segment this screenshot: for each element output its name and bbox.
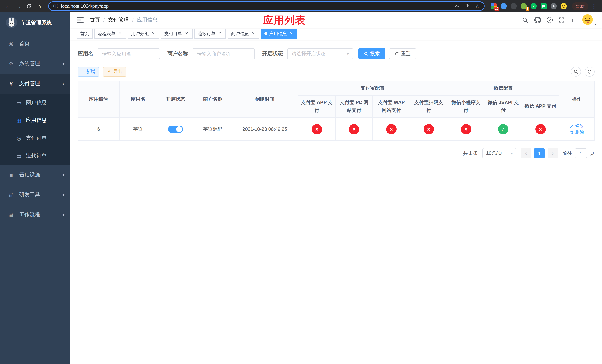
- tab-merchant-info[interactable]: 商户信息 ×: [228, 29, 259, 39]
- breadcrumb-home[interactable]: 首页: [90, 17, 100, 23]
- page-size-select[interactable]: 10条/页 ▾: [483, 148, 516, 159]
- tab-label: 流程表单: [98, 31, 116, 37]
- sidebar-item-system[interactable]: ⚙ 系统管理 ▾: [0, 54, 70, 74]
- tab-label: 首页: [80, 31, 89, 37]
- share-icon[interactable]: [465, 4, 470, 9]
- bookmark-star-icon[interactable]: ☆: [475, 3, 479, 9]
- sidebar-item-home[interactable]: ◉ 首页: [0, 34, 70, 54]
- column-header-created: 创建时间: [231, 81, 298, 118]
- chevron-down-icon: ▾: [511, 151, 513, 155]
- breadcrumb-payment[interactable]: 支付管理: [108, 17, 129, 23]
- password-key-icon[interactable]: [455, 3, 460, 9]
- font-size-icon[interactable]: TT: [570, 17, 576, 23]
- breadcrumb-separator: /: [103, 17, 105, 23]
- browser-refresh-icon[interactable]: [24, 2, 33, 11]
- sidebar-fold-icon[interactable]: [74, 17, 87, 23]
- column-header-wx-lite: 微信小程序支付: [447, 95, 485, 118]
- user-menu[interactable]: ▾: [582, 14, 596, 26]
- next-page-button[interactable]: ›: [548, 148, 558, 159]
- close-icon[interactable]: ×: [289, 31, 294, 36]
- edit-link-label: 修改: [575, 123, 584, 129]
- column-header-actions: 操作: [559, 81, 594, 118]
- extension-chat-icon[interactable]: [540, 3, 547, 9]
- merchant-name-input[interactable]: [193, 48, 255, 59]
- tab-process-form[interactable]: 流程表单 ×: [94, 29, 126, 39]
- toolbox-icon: ▧: [7, 192, 15, 198]
- delete-link-label: 删除: [575, 129, 584, 135]
- sidebar-item-refund-order[interactable]: ▤ 退款订单: [0, 147, 70, 165]
- goto-page-input[interactable]: [575, 149, 587, 158]
- tab-pay-order[interactable]: 支付订单 ×: [161, 29, 193, 39]
- sidebar-item-devtools[interactable]: ▧ 研发工具 ▾: [0, 185, 70, 205]
- status-toggle[interactable]: [168, 125, 183, 133]
- top-navbar: 首页 / 支付管理 / 应用信息 应用列表 ?: [70, 12, 602, 28]
- tab-label: 商户信息: [231, 31, 249, 37]
- chrome-update-button[interactable]: 更新: [572, 2, 588, 10]
- tab-app-info[interactable]: 应用信息 ×: [261, 29, 297, 39]
- github-icon[interactable]: [534, 17, 541, 23]
- status-select-placeholder: 请选择开启状态: [292, 50, 325, 57]
- close-icon[interactable]: ×: [184, 31, 189, 36]
- refresh-table-button[interactable]: [585, 67, 595, 77]
- browser-home-icon[interactable]: ⌂: [35, 2, 44, 11]
- sidebar-item-infrastructure[interactable]: ▣ 基础设施 ▾: [0, 165, 70, 185]
- fullscreen-icon[interactable]: [559, 17, 564, 23]
- column-header-alipay-app: 支付宝 APP 支付: [298, 95, 335, 118]
- export-button[interactable]: 导出: [103, 67, 126, 76]
- extension-puzzle-icon[interactable]: [550, 3, 557, 9]
- sidebar-item-app-info[interactable]: ▦ 应用信息: [0, 111, 70, 129]
- tab-home[interactable]: 首页: [77, 29, 93, 39]
- prev-page-button[interactable]: ‹: [521, 148, 531, 159]
- extension-avatar-icon[interactable]: 1: [521, 3, 527, 9]
- card-icon: ▭: [16, 100, 22, 105]
- wx-jsapi-status-icon: ✓: [498, 124, 508, 134]
- edit-link[interactable]: 修改: [570, 123, 584, 129]
- sidebar-item-merchant-info[interactable]: ▭ 商户信息: [0, 94, 70, 111]
- sidebar-item-pay-order[interactable]: ◎ 支付订单: [0, 129, 70, 147]
- reset-button[interactable]: 重置: [389, 48, 416, 59]
- site-info-icon[interactable]: ⓘ: [53, 3, 58, 10]
- close-icon[interactable]: ×: [251, 31, 256, 36]
- browser-menu-icon[interactable]: ⋮: [590, 3, 598, 10]
- extension-blue-icon[interactable]: [501, 3, 507, 9]
- toggle-search-button[interactable]: [571, 67, 581, 77]
- payment-submenu: ▭ 商户信息 ▦ 应用信息 ◎ 支付订单 ▤ 退款订单: [0, 94, 70, 165]
- close-icon[interactable]: ×: [151, 31, 156, 36]
- browser-back-icon[interactable]: ←: [4, 2, 13, 11]
- alipay-pc-status-icon: ×: [349, 124, 359, 134]
- tags-view-bar: 首页 流程表单 × 用户分组 × 支付订单 × 退款订单 ×: [70, 28, 602, 40]
- page-title: 应用列表: [263, 12, 306, 29]
- column-header-status: 开启状态: [157, 81, 194, 118]
- page-1-button[interactable]: 1: [534, 148, 545, 159]
- status-select[interactable]: 请选择开启状态 ▾: [287, 48, 353, 59]
- workflow-icon: ▨: [7, 212, 15, 218]
- tab-refund-order[interactable]: 退款订单 ×: [194, 29, 226, 39]
- tab-user-group[interactable]: 用户分组 ×: [128, 29, 159, 39]
- alipay-qr-status-icon: ×: [424, 124, 434, 134]
- app-logo[interactable]: 芋道管理系统: [0, 12, 70, 34]
- extension-dark-icon[interactable]: [511, 3, 517, 9]
- close-icon[interactable]: ×: [217, 31, 223, 36]
- extension-grid-icon[interactable]: 10: [491, 3, 497, 9]
- page-unit-label: 页: [590, 150, 595, 157]
- address-bar[interactable]: ⓘ localhost:1024/pay/app ☆: [48, 1, 485, 11]
- sidebar-item-label: 支付订单: [26, 135, 47, 141]
- tab-label: 用户分组: [131, 31, 149, 37]
- search-icon[interactable]: [522, 17, 528, 23]
- browser-forward-icon[interactable]: →: [14, 2, 23, 11]
- table-toolbar: + 新增 导出: [78, 67, 595, 77]
- profile-avatar-icon[interactable]: [560, 3, 567, 9]
- sidebar-item-payment[interactable]: ¥ 支付管理 ▴: [0, 74, 70, 94]
- close-icon[interactable]: ×: [117, 31, 123, 36]
- delete-link[interactable]: 删除: [570, 129, 584, 135]
- reset-button-label: 重置: [401, 50, 411, 57]
- column-header-id: 应用编号: [78, 81, 119, 118]
- sidebar-item-workflow[interactable]: ▨ 工作流程 ▾: [0, 205, 70, 225]
- app-name-input[interactable]: [98, 48, 160, 59]
- app-title: 芋道管理系统: [21, 20, 52, 26]
- help-icon[interactable]: ?: [547, 17, 553, 23]
- search-button[interactable]: 搜索: [358, 48, 386, 59]
- extension-check-icon[interactable]: ✓: [531, 3, 537, 9]
- page: ← → ⌂ ⓘ localhost:1024/pay/app ☆ 10 1 ✓: [0, 0, 602, 364]
- add-button[interactable]: + 新增: [78, 67, 99, 76]
